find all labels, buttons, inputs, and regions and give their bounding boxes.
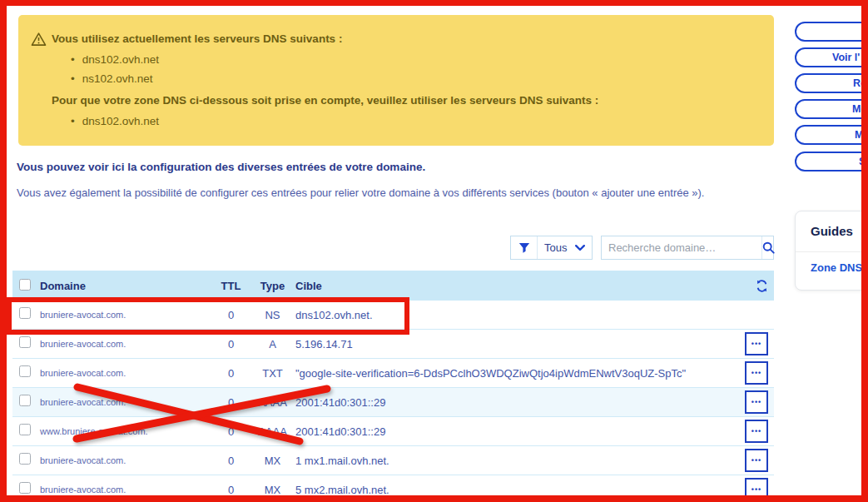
- header-type: Type: [250, 280, 295, 292]
- chevron-down-icon: [575, 245, 585, 251]
- cell-ttl: 0: [212, 396, 250, 409]
- cell-type: NS: [250, 309, 295, 321]
- table-row: bruniere-avocat.com. 0 MX 5 mx2.mail.ovh…: [12, 475, 774, 502]
- cell-type: MX: [250, 484, 295, 496]
- filter-selected-value: Tous: [544, 241, 575, 254]
- dns-records-table: Domaine TTL Type Cible bruniere-avocat.c…: [12, 271, 774, 502]
- magnifier-icon[interactable]: [761, 236, 775, 259]
- cell-domain: bruniere-avocat.com.: [40, 397, 212, 407]
- cell-domain: bruniere-avocat.com.: [40, 339, 212, 349]
- cell-target: "google-site-verification=6-DdsPCclhO3WD…: [295, 367, 724, 380]
- cell-ttl: 0: [212, 338, 250, 350]
- filter-select[interactable]: Tous: [538, 236, 592, 259]
- refresh-icon[interactable]: [756, 280, 768, 292]
- button-label: Voir l': [832, 52, 860, 63]
- cell-target: 1 mx1.mail.ovh.net.: [295, 455, 724, 467]
- cell-domain: bruniere-avocat.com.: [40, 310, 212, 320]
- table-row: bruniere-avocat.com. 0 TXT "google-site-…: [12, 359, 774, 388]
- sidebar-action-button[interactable]: Ré: [795, 73, 868, 93]
- cell-domain: bruniere-avocat.com.: [40, 368, 212, 378]
- table-row: www.bruniere-avocat.com. 0 AAAA 2001:41d…: [12, 417, 774, 446]
- row-actions-button[interactable]: •••: [745, 361, 768, 385]
- intro-secondary-text: Vous avez également la possibilité de co…: [17, 186, 704, 199]
- header-domain: Domaine: [40, 280, 212, 292]
- guides-panel: Guides Zone DNS: [795, 211, 868, 291]
- required-server-item: dns102.ovh.net: [71, 112, 757, 131]
- table-row: bruniere-avocat.com. 0 A 5.196.14.71 •••: [12, 330, 774, 359]
- table-row: bruniere-avocat.com. 0 MX 1 mx1.mail.ovh…: [12, 446, 774, 475]
- banner-required-servers-heading: Pour que votre zone DNS ci-dessous soit …: [52, 94, 757, 107]
- row-actions-button[interactable]: •••: [745, 420, 768, 443]
- cell-type: AAAA: [250, 396, 295, 409]
- type-filter-dropdown[interactable]: Tous: [510, 236, 593, 260]
- cell-target: 2001:41d0:301::29: [295, 396, 724, 409]
- sidebar-action-button[interactable]: [795, 22, 868, 42]
- cell-ttl: 0: [212, 425, 250, 438]
- cell-type: AAAA: [250, 425, 295, 438]
- select-all-checkbox[interactable]: [19, 279, 31, 291]
- banner-current-servers-heading: Vous utilisez actuellement les serveurs …: [52, 32, 757, 45]
- sidebar-action-button[interactable]: M: [795, 125, 868, 145]
- row-checkbox[interactable]: [19, 395, 31, 406]
- row-checkbox[interactable]: [19, 424, 31, 435]
- sidebar-action-button[interactable]: S: [795, 152, 868, 171]
- table-row: bruniere-avocat.com. 0 AAAA 2001:41d0:30…: [12, 388, 774, 417]
- guides-link-zone-dns[interactable]: Zone DNS: [811, 261, 862, 274]
- table-row: bruniere-avocat.com. 0 NS dns102.ovh.net…: [12, 301, 774, 330]
- current-server-item: dns102.ovh.net: [71, 50, 757, 69]
- cell-ttl: 0: [212, 484, 250, 496]
- row-actions-button[interactable]: •••: [745, 449, 768, 472]
- divider: [796, 251, 868, 252]
- row-checkbox[interactable]: [19, 453, 31, 465]
- cell-ttl: 0: [212, 367, 250, 380]
- row-actions-button[interactable]: •••: [745, 332, 768, 355]
- cell-type: TXT: [250, 367, 295, 380]
- row-actions-button[interactable]: •••: [745, 478, 768, 501]
- row-checkbox[interactable]: [19, 336, 31, 348]
- cell-ttl: 0: [212, 309, 250, 321]
- current-server-item: ns102.ovh.net: [71, 69, 757, 88]
- search-input[interactable]: [602, 236, 761, 259]
- cell-type: A: [250, 338, 295, 350]
- cell-domain: bruniere-avocat.com.: [40, 455, 212, 465]
- button-label: S: [859, 156, 866, 167]
- row-checkbox[interactable]: [19, 365, 31, 377]
- header-ttl: TTL: [212, 280, 250, 292]
- funnel-icon[interactable]: [511, 236, 538, 259]
- cell-type: MX: [250, 455, 295, 467]
- cell-target: 2001:41d0:301::29: [295, 425, 724, 438]
- cell-target: dns102.ovh.net.: [295, 309, 724, 321]
- button-label: Ré: [853, 77, 866, 89]
- cell-target: 5 mx2.mail.ovh.net.: [295, 484, 724, 496]
- row-actions-button[interactable]: •••: [745, 390, 768, 414]
- dns-warning-banner: Vous utilisez actuellement les serveurs …: [18, 15, 774, 146]
- sidebar-action-button[interactable]: Voir l': [795, 47, 868, 67]
- row-checkbox[interactable]: [19, 307, 31, 319]
- cell-domain: www.bruniere-avocat.com.: [40, 426, 212, 436]
- cell-ttl: 0: [212, 455, 250, 467]
- warning-triangle-icon: [31, 32, 47, 47]
- sidebar-action-button[interactable]: Mo: [795, 99, 868, 119]
- button-label: Mo: [852, 103, 867, 115]
- row-checkbox[interactable]: [19, 482, 31, 494]
- header-target: Cible: [295, 280, 724, 292]
- guides-title: Guides: [811, 224, 853, 238]
- table-header-row: Domaine TTL Type Cible: [12, 271, 774, 301]
- cell-target: 5.196.14.71: [295, 338, 724, 350]
- domain-search[interactable]: [601, 236, 774, 260]
- intro-bold-text: Vous pouvez voir ici la configuration de…: [17, 161, 425, 173]
- button-label: M: [855, 129, 863, 141]
- cell-domain: bruniere-avocat.com.: [40, 485, 212, 495]
